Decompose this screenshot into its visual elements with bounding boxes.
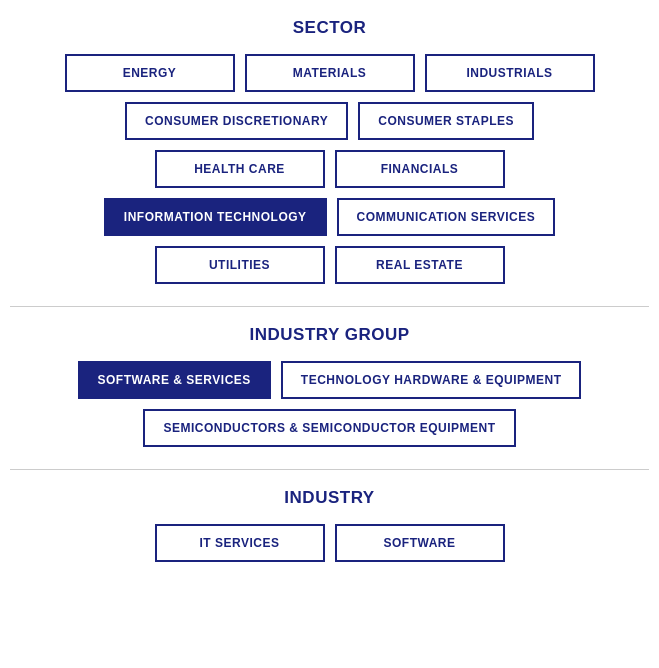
sector-section: SECTOR ENERGYMATERIALSINDUSTRIALSCONSUME…	[0, 0, 659, 306]
button-row: IT SERVICESSOFTWARE	[155, 524, 505, 562]
sector-btn-semiconductors-semiconductor-equipment[interactable]: SEMICONDUCTORS & SEMICONDUCTOR EQUIPMENT	[143, 409, 515, 447]
sector-btn-communication-services[interactable]: COMMUNICATION SERVICES	[337, 198, 556, 236]
industry-group-button-grid: SOFTWARE & SERVICESTECHNOLOGY HARDWARE &…	[20, 361, 639, 447]
industry-group-title: INDUSTRY GROUP	[20, 325, 639, 345]
sector-btn-software[interactable]: SOFTWARE	[335, 524, 505, 562]
sector-btn-software-services[interactable]: SOFTWARE & SERVICES	[78, 361, 271, 399]
industry-title: INDUSTRY	[20, 488, 639, 508]
sector-btn-industrials[interactable]: INDUSTRIALS	[425, 54, 595, 92]
button-row: SOFTWARE & SERVICESTECHNOLOGY HARDWARE &…	[78, 361, 582, 399]
industry-button-grid: IT SERVICESSOFTWARE	[20, 524, 639, 562]
sector-title: SECTOR	[20, 18, 639, 38]
sector-btn-real-estate[interactable]: REAL ESTATE	[335, 246, 505, 284]
sector-btn-consumer-discretionary[interactable]: CONSUMER DISCRETIONARY	[125, 102, 348, 140]
button-row: UTILITIESREAL ESTATE	[155, 246, 505, 284]
industry-section: INDUSTRY IT SERVICESSOFTWARE	[0, 470, 659, 584]
sector-btn-utilities[interactable]: UTILITIES	[155, 246, 325, 284]
sector-btn-consumer-staples[interactable]: CONSUMER STAPLES	[358, 102, 534, 140]
industry-group-section: INDUSTRY GROUP SOFTWARE & SERVICESTECHNO…	[0, 307, 659, 469]
sector-btn-technology-hardware-equipment[interactable]: TECHNOLOGY HARDWARE & EQUIPMENT	[281, 361, 582, 399]
button-row: INFORMATION TECHNOLOGYCOMMUNICATION SERV…	[104, 198, 555, 236]
sector-button-grid: ENERGYMATERIALSINDUSTRIALSCONSUMER DISCR…	[20, 54, 639, 284]
sector-btn-energy[interactable]: ENERGY	[65, 54, 235, 92]
button-row: HEALTH CAREFINANCIALS	[155, 150, 505, 188]
sector-btn-it-services[interactable]: IT SERVICES	[155, 524, 325, 562]
button-row: CONSUMER DISCRETIONARYCONSUMER STAPLES	[125, 102, 534, 140]
button-row: ENERGYMATERIALSINDUSTRIALS	[65, 54, 595, 92]
sector-btn-health-care[interactable]: HEALTH CARE	[155, 150, 325, 188]
sector-btn-materials[interactable]: MATERIALS	[245, 54, 415, 92]
sector-btn-financials[interactable]: FINANCIALS	[335, 150, 505, 188]
sector-btn-information-technology[interactable]: INFORMATION TECHNOLOGY	[104, 198, 327, 236]
button-row: SEMICONDUCTORS & SEMICONDUCTOR EQUIPMENT	[143, 409, 515, 447]
